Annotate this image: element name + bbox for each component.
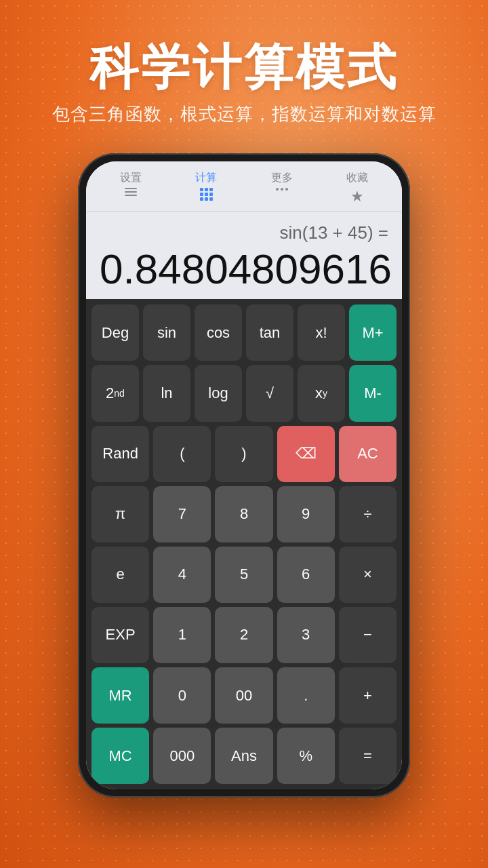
- key-row-1: Deg sin cos tan x! M+: [92, 304, 396, 361]
- key-sqrt[interactable]: √: [246, 365, 293, 421]
- display-area: sin(13 + 45) = 0.84804809616: [86, 212, 402, 299]
- key-log[interactable]: log: [195, 365, 242, 421]
- nav-bar: 设置 计算 更多: [86, 161, 402, 212]
- key-mplus[interactable]: M+: [349, 304, 396, 361]
- key-subtract[interactable]: −: [339, 607, 396, 663]
- key-000[interactable]: 000: [153, 728, 211, 784]
- key-add[interactable]: +: [339, 667, 396, 724]
- nav-more-label: 更多: [271, 171, 293, 185]
- key-equals[interactable]: =: [339, 728, 396, 784]
- key-factorial[interactable]: x!: [298, 304, 345, 361]
- key-cos[interactable]: cos: [195, 304, 242, 361]
- page-title: 科学计算模式: [0, 41, 488, 94]
- key-7[interactable]: 7: [153, 486, 211, 542]
- key-6[interactable]: 6: [277, 547, 335, 603]
- key-5[interactable]: 5: [215, 547, 272, 603]
- nav-calc[interactable]: 计算: [169, 171, 245, 205]
- dots-icon: [276, 188, 288, 191]
- nav-settings-label: 设置: [120, 171, 142, 185]
- key-4[interactable]: 4: [153, 547, 211, 603]
- nav-more[interactable]: 更多: [244, 171, 320, 205]
- star-icon: ★: [350, 188, 364, 205]
- key-8[interactable]: 8: [215, 486, 272, 542]
- keyboard: Deg sin cos tan x! M+ 2nd ln log √ xy M-: [86, 299, 402, 789]
- key-mc[interactable]: MC: [92, 728, 149, 784]
- key-divide[interactable]: ÷: [339, 486, 396, 542]
- key-tan[interactable]: tan: [246, 304, 293, 361]
- key-row-3: Rand ( ) ⌫ AC: [92, 426, 396, 482]
- key-exp[interactable]: EXP: [92, 607, 149, 663]
- key-row-5: e 4 5 6 ×: [92, 547, 396, 603]
- result-display: 0.84804809616: [100, 246, 388, 292]
- key-decimal[interactable]: .: [277, 667, 335, 724]
- key-deg[interactable]: Deg: [92, 304, 139, 361]
- key-row-8: MC 000 Ans % =: [92, 728, 396, 784]
- key-multiply[interactable]: ×: [339, 547, 396, 603]
- key-percent[interactable]: %: [277, 728, 335, 784]
- key-e[interactable]: e: [92, 547, 149, 603]
- key-row-6: EXP 1 2 3 −: [92, 607, 396, 663]
- key-lparen[interactable]: (: [153, 426, 211, 482]
- page-subtitle: 包含三角函数，根式运算，指数运算和对数运算: [0, 102, 488, 126]
- key-00[interactable]: 00: [215, 667, 272, 724]
- key-ac[interactable]: AC: [339, 426, 396, 482]
- key-row-4: π 7 8 9 ÷: [92, 486, 396, 542]
- key-backspace[interactable]: ⌫: [277, 426, 335, 482]
- key-1[interactable]: 1: [153, 607, 211, 663]
- key-sin[interactable]: sin: [143, 304, 190, 361]
- key-mr[interactable]: MR: [92, 667, 149, 724]
- phone-screen: 设置 计算 更多: [86, 161, 402, 789]
- grid-icon: [200, 188, 213, 201]
- nav-calc-label: 计算: [195, 171, 217, 185]
- key-9[interactable]: 9: [277, 486, 335, 542]
- key-row-7: MR 0 00 . +: [92, 667, 396, 724]
- key-rparen[interactable]: ): [215, 426, 272, 482]
- expression-display: sin(13 + 45) =: [100, 222, 388, 243]
- nav-fav-label: 收藏: [346, 171, 368, 185]
- key-rand[interactable]: Rand: [92, 426, 149, 482]
- key-0[interactable]: 0: [153, 667, 211, 724]
- nav-settings[interactable]: 设置: [93, 171, 169, 205]
- key-row-2: 2nd ln log √ xy M-: [92, 365, 396, 421]
- nav-fav[interactable]: 收藏 ★: [320, 171, 396, 205]
- key-2nd[interactable]: 2nd: [92, 365, 139, 421]
- key-ans[interactable]: Ans: [215, 728, 272, 784]
- key-2[interactable]: 2: [215, 607, 272, 663]
- hamburger-icon: [125, 188, 137, 196]
- key-power[interactable]: xy: [298, 365, 345, 421]
- key-pi[interactable]: π: [92, 486, 149, 542]
- key-ln[interactable]: ln: [143, 365, 190, 421]
- key-mminus[interactable]: M-: [349, 365, 396, 421]
- phone-frame: 设置 计算 更多: [78, 153, 410, 797]
- phone-mockup: 设置 计算 更多: [0, 153, 488, 797]
- key-3[interactable]: 3: [277, 607, 335, 663]
